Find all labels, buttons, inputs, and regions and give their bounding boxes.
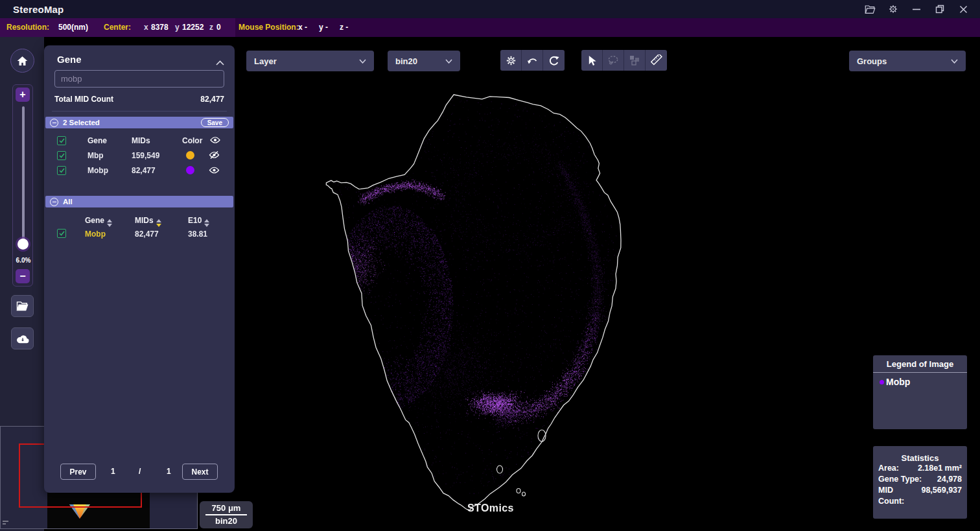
gene-color-swatch[interactable] [186,166,194,174]
title-bar: StereoMap [0,0,980,18]
mid-count-label: MID Count: [878,485,921,507]
total-mid-count-value: 82,477 [200,95,224,104]
gene-mids: 82,477 [135,230,159,239]
gene-name: Mbp [88,151,104,160]
bin-size-dropdown[interactable]: bin20 [388,51,460,71]
minimap-resize-handle[interactable] [2,517,10,525]
visibility-off-icon[interactable] [209,150,220,161]
window-controls [863,3,970,16]
app-title: StereoMap [13,4,64,15]
zoom-slider-thumb[interactable] [18,239,29,250]
center-y-label: y [175,23,180,32]
layer-dropdown[interactable]: Layer [246,51,374,71]
select-all-checkbox[interactable] [57,136,66,145]
page-separator: / [139,467,141,476]
collapse-panel-button[interactable] [216,56,224,68]
open-folder-icon [16,301,29,311]
resolution-value: 500(nm) [58,23,88,32]
gene-row-checkbox[interactable] [57,229,66,238]
all-col-e10[interactable]: E10 [188,216,209,227]
minimize-icon[interactable] [910,3,923,16]
layer-dropdown-value: Layer [254,56,277,66]
gene-row-checkbox[interactable] [57,151,66,160]
area-value: 2.18e1 mm² [918,463,962,474]
selected-col-gene: Gene [88,136,107,145]
prev-page-button[interactable]: Prev [60,464,96,480]
cursor-arrow-icon [587,55,597,66]
gene-search-input[interactable] [54,70,224,88]
home-button[interactable] [10,49,34,73]
mouse-position-label: Mouse Position: [239,23,299,32]
chevron-down-icon [359,59,366,64]
scale-bar-length: 750 μm [212,504,241,513]
area-label: Area: [878,463,899,474]
all-col-mids[interactable]: MIDs [135,216,161,227]
open-file-button[interactable] [11,295,34,317]
group-tool-button[interactable] [624,50,646,71]
undo-arrow-icon [527,56,538,65]
gene-color-swatch[interactable] [186,151,194,159]
tissue-visualization[interactable] [235,37,980,531]
save-button[interactable]: Save [201,118,229,127]
image-viewer: Layer bin20 [235,37,980,531]
legend-color-dot [880,380,884,384]
collapse-section-icon[interactable] [50,198,58,206]
zoom-in-button[interactable]: + [16,88,30,102]
all-col-gene[interactable]: Gene [85,216,112,227]
scale-bar-bin: bin20 [215,517,237,526]
mouse-x-value: x - [298,23,307,32]
lasso-tool-button[interactable] [603,50,624,71]
gene-name: Mobp [88,166,108,175]
legend-title: Legend of Image [873,355,967,369]
sort-arrows-active-desc[interactable] [156,219,161,227]
zoom-slider-track[interactable] [22,106,25,244]
open-folder-icon[interactable] [863,3,876,16]
settings-gear-icon[interactable] [887,3,900,16]
total-mid-count-row: Total MID Count 82,477 [54,95,224,104]
visibility-on-icon[interactable] [209,166,220,176]
next-page-button[interactable]: Next [182,464,218,480]
view-tool-group [500,50,565,71]
statistics-title: Statistics [873,446,967,463]
lasso-icon [607,55,619,65]
visibility-column-eye-icon [210,136,220,146]
selected-section-header[interactable]: 2 Selected Save [45,117,233,128]
pointer-tool-button[interactable] [581,50,603,71]
status-bar: Resolution: 500(nm) Center: x 8378 y 122… [0,18,980,37]
chevron-up-icon [216,60,224,65]
restore-window-icon[interactable] [933,3,946,16]
legend-gene-name: Mobp [886,377,910,387]
gene-mids: 159,549 [132,151,159,160]
display-settings-button[interactable] [500,50,522,71]
center-x-value: 8378 [151,23,169,32]
center-label: Center: [104,23,131,32]
groups-dropdown[interactable]: Groups [849,51,966,71]
undo-button[interactable] [522,50,543,71]
refresh-icon [548,55,559,66]
all-section-label: All [63,198,73,206]
zoom-level-value: 6.0% [13,257,34,264]
center-y-value: 12252 [182,23,204,32]
selected-section-label: 2 Selected [63,119,100,126]
scale-bar-line [205,514,247,515]
gene-row-checkbox[interactable] [57,166,66,175]
gene-e10: 38.81 [188,230,207,239]
sort-arrows[interactable] [204,219,209,227]
center-x-label: x [144,23,148,32]
zoom-out-button[interactable]: − [16,269,30,283]
stomics-watermark: STOmics [467,502,514,514]
all-section-header[interactable]: All [45,196,233,207]
close-icon[interactable] [957,3,970,16]
measure-tool-button[interactable] [646,50,667,71]
sort-arrows[interactable] [107,219,112,227]
center-z-value: 0 [216,23,221,32]
bin-dropdown-value: bin20 [395,56,417,66]
reset-view-button[interactable] [543,50,565,71]
gene-name[interactable]: Mobp [85,230,106,239]
statistics-area-row: Area: 2.18e1 mm² [873,463,967,474]
collapse-section-icon[interactable] [50,119,58,127]
divider [873,372,967,373]
cloud-download-button[interactable] [11,327,34,349]
mid-count-value: 98,569,937 [921,485,962,507]
current-page-number: 1 [111,467,115,476]
